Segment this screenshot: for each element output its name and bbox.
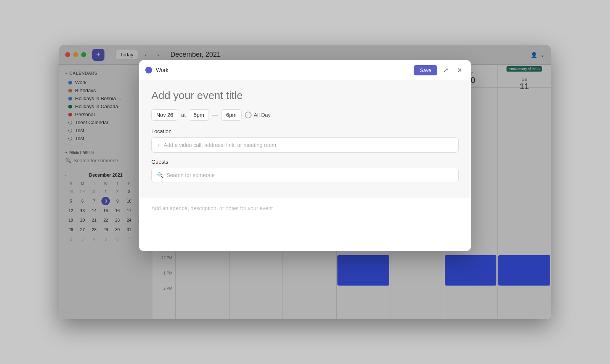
expand-button[interactable]: ⤢	[440, 65, 451, 75]
all-day-checkbox[interactable]	[245, 112, 252, 118]
modal-notes-area[interactable]: Add an agenda, description, or notes for…	[139, 198, 471, 251]
guests-search-input[interactable]: 🔍 Search for someone	[151, 168, 459, 182]
date-picker[interactable]: Nov 26	[151, 109, 178, 121]
all-day-row: All Day	[245, 112, 271, 118]
all-day-label: All Day	[254, 112, 271, 118]
expand-icon: ⤢	[443, 67, 448, 74]
notes-placeholder-text: Add an agenda, description, or notes for…	[151, 205, 273, 211]
end-time-picker[interactable]: 6pm	[221, 109, 241, 121]
modal-header: Work Save ⤢ ✕	[139, 60, 471, 80]
location-input[interactable]: + Add a video call, address, link, or me…	[151, 137, 459, 153]
close-button[interactable]: ✕	[454, 65, 465, 75]
start-time-picker[interactable]: 5pm	[189, 109, 209, 121]
guests-section: Guests 🔍 Search for someone	[151, 159, 459, 182]
save-button[interactable]: Save	[414, 65, 437, 75]
time-dash: —	[212, 112, 218, 118]
guests-placeholder-text: Search for someone	[167, 172, 215, 178]
date-time-row: Nov 26 at 5pm — 6pm All Day	[151, 109, 459, 121]
search-icon: 🔍	[157, 172, 164, 178]
plus-icon: +	[157, 142, 161, 148]
close-icon: ✕	[457, 67, 462, 74]
at-label: at	[181, 112, 186, 118]
modal-calendar-name: Work	[156, 67, 410, 73]
event-title-input[interactable]	[151, 89, 459, 102]
location-section: Location + Add a video call, address, li…	[151, 128, 459, 153]
mac-window: + Today ‹ › December, 2021 👤 ⌄ ▾ CALENDA…	[59, 45, 551, 319]
modal-body: Nov 26 at 5pm — 6pm All Day Location + A	[139, 80, 471, 198]
location-label: Location	[151, 128, 459, 134]
modal-overlay[interactable]: Work Save ⤢ ✕ Nov 26 at	[59, 45, 551, 319]
modal-calendar-indicator	[145, 67, 152, 73]
modal-header-actions: Save ⤢ ✕	[414, 65, 465, 75]
location-placeholder-text: Add a video call, address, link, or meet…	[164, 142, 276, 148]
guests-label: Guests	[151, 159, 459, 165]
event-creation-modal: Work Save ⤢ ✕ Nov 26 at	[139, 60, 471, 251]
